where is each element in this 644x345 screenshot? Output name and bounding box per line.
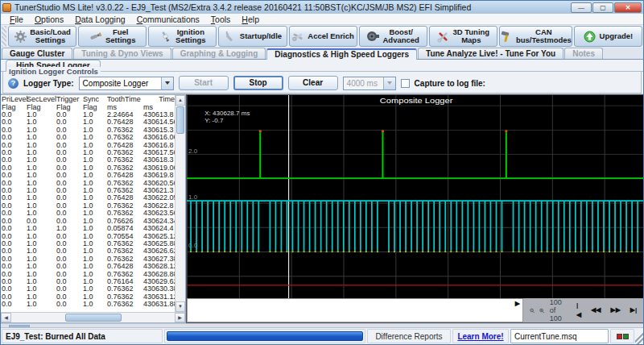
clear-button[interactable]: Clear xyxy=(288,76,338,90)
3d-tuning-maps-button[interactable]: 3D Tuning Maps xyxy=(429,26,497,47)
table-cell: 430631.88 xyxy=(142,301,175,308)
column-header-sync: SyncFlag xyxy=(82,95,106,111)
toolbar-button-label: Startup/Idle xyxy=(240,32,282,40)
menu-file[interactable]: File xyxy=(4,15,29,24)
tab-gauge-cluster[interactable]: Gauge Cluster xyxy=(2,48,72,59)
toolbar: Basic/Load SettingsFuel SettingsIgnition… xyxy=(1,25,643,48)
fuel-settings-button[interactable]: Fuel Settings xyxy=(78,26,147,47)
table-vertical-scrollbar[interactable]: ▲ ▼ xyxy=(175,95,185,312)
tab-diagnostics-high-speed-loggers[interactable]: Diagnostics & High Speed Loggers xyxy=(266,48,417,60)
tab-tuning-dyno-views[interactable]: Tuning & Dyno Views xyxy=(73,48,171,59)
table-cell: 0.0 xyxy=(56,301,82,308)
chart-panel: 2.01.00.0Composite LoggerX: 430628.7 msY… xyxy=(186,94,643,323)
menu-help[interactable]: Help xyxy=(236,15,265,24)
turbo-icon xyxy=(366,30,379,43)
scroll-right-icon[interactable]: ▶ xyxy=(175,313,185,322)
injector-icon xyxy=(89,30,102,43)
status-bar: EJ9_Test: Burned All Data Difference Rep… xyxy=(1,327,643,344)
content-area: PriLevelFlagSecLevelFlagTriggerFlagSyncF… xyxy=(1,94,643,323)
tab-tune-analyze-live-tune-for-you[interactable]: Tune Analyze Live! - Tune For You xyxy=(418,48,564,59)
menu-bar: FileOptionsData LoggingCommunicationsToo… xyxy=(1,14,643,25)
capture-checkbox[interactable] xyxy=(401,79,410,88)
crossed-tools-icon xyxy=(436,30,449,43)
stop-button[interactable]: Stop xyxy=(233,76,283,90)
progress-bar xyxy=(164,329,365,343)
close-button[interactable]: ✕ xyxy=(614,2,642,13)
first-page-icon[interactable]: |◀ xyxy=(574,301,584,320)
progress-fill xyxy=(167,331,363,341)
ignition-settings-button[interactable]: Ignition Settings xyxy=(148,26,217,47)
table-cell: 1.0 xyxy=(82,301,106,308)
tab-notes[interactable]: Notes xyxy=(564,48,603,59)
next-page-icon[interactable]: ▶▶ xyxy=(608,306,622,315)
column-header-prilevel: PriLevelFlag xyxy=(1,95,26,111)
chart-scroll-right-icon[interactable]: ▶ xyxy=(513,299,522,322)
table-cell: 1.0 xyxy=(26,301,56,308)
chart-bottom-bar: ▶ 100 of 100 |◀ ◀◀ ▶▶ ▶| xyxy=(187,298,643,322)
table-horizontal-scrollbar[interactable]: ◀ ▶ xyxy=(1,312,185,322)
current-tune-file: CurrentTune.msq xyxy=(510,329,609,343)
can-bus-testmodes-button[interactable]: CAN bus/Testmodes xyxy=(499,26,572,47)
column-header-seclevel: SecLevelFlag xyxy=(26,95,56,111)
boost-advanced-button[interactable]: Boost/ Advanced xyxy=(359,26,427,47)
scrollbar-thumb[interactable] xyxy=(176,106,184,134)
tools-icon xyxy=(291,30,304,43)
last-page-icon[interactable]: ▶| xyxy=(628,306,639,315)
accel-enrich-button[interactable]: Accel Enrich xyxy=(289,26,357,47)
tooth-log-panel: PriLevelFlagSecLevelFlagTriggerFlagSyncF… xyxy=(1,94,186,323)
menu-tools[interactable]: Tools xyxy=(205,15,237,24)
menu-options[interactable]: Options xyxy=(29,15,69,24)
toolbar-button-label: 3D Tuning Maps xyxy=(452,28,489,44)
start-button[interactable]: Start xyxy=(179,76,229,90)
prev-page-icon[interactable]: ◀◀ xyxy=(588,306,603,315)
app-window: TunerStudio MS Lite! v3.0.22 - EJ9_Test … xyxy=(0,0,644,345)
toolbar-button-label: Boost/ Advanced xyxy=(382,28,419,44)
table-row[interactable]: 0.01.00.01.00.76362430631.88 xyxy=(1,301,175,308)
logger-type-select[interactable]: Composite Logger xyxy=(79,77,174,90)
capture-label: Capture to log file: xyxy=(415,79,485,88)
column-header-trigger: TriggerFlag xyxy=(56,95,82,111)
page-indicator: 100 of 100 xyxy=(550,298,569,322)
toolbar-button-label: Upgrade! xyxy=(600,32,634,40)
scrollbar-thumb[interactable] xyxy=(65,314,122,322)
toolbar-button-label: CAN bus/Testmodes xyxy=(516,28,572,44)
spark-plug-icon xyxy=(159,30,172,43)
toolbar-button-label: Fuel Settings xyxy=(105,28,135,44)
svg-text:Y: -0.7: Y: -0.7 xyxy=(204,118,223,124)
zoom-in-icon[interactable] xyxy=(539,306,544,315)
learn-more-link[interactable]: Learn More! xyxy=(457,332,503,341)
group-title: Ignition Logger Controls xyxy=(6,67,101,76)
upgrade-button[interactable]: Upgrade! xyxy=(574,26,642,47)
svg-text:1.0: 1.0 xyxy=(188,193,197,200)
help-icon[interactable]: ? xyxy=(8,78,19,89)
zoom-out-icon[interactable] xyxy=(530,306,535,315)
resize-grip[interactable] xyxy=(635,328,643,344)
startup-idle-button[interactable]: Startup/Idle xyxy=(218,26,287,47)
table-cell: 0.76362 xyxy=(106,301,142,308)
tab-graphing-logging[interactable]: Graphing & Logging xyxy=(172,48,266,59)
interval-select[interactable]: 4000 ms xyxy=(343,77,396,90)
scroll-up-icon[interactable]: ▲ xyxy=(175,95,185,106)
toolbar-button-label: Accel Enrich xyxy=(308,32,354,40)
menu-data-logging[interactable]: Data Logging xyxy=(69,15,130,24)
scroll-down-icon[interactable]: ▼ xyxy=(175,301,185,312)
app-icon xyxy=(2,3,11,12)
status-message: EJ9_Test: Burned All Data xyxy=(2,329,163,343)
composite-logger-chart[interactable]: 2.01.00.0Composite LoggerX: 430628.7 msY… xyxy=(187,95,643,298)
minimize-button[interactable]: — xyxy=(571,2,592,13)
toolbar-gripper[interactable] xyxy=(2,26,6,47)
title-bar: TunerStudio MS Lite! v3.0.22 - EJ9_Test … xyxy=(1,1,643,14)
chevron-down-icon xyxy=(161,77,173,89)
red-led-icon xyxy=(617,334,622,339)
difference-reports-label: Difference Reports xyxy=(367,329,451,343)
scroll-left-icon[interactable]: ◀ xyxy=(1,313,11,322)
svg-text:X: 430628.7 ms: X: 430628.7 ms xyxy=(204,110,250,117)
tooth-log-table[interactable]: PriLevelFlagSecLevelFlagTriggerFlagSyncF… xyxy=(1,95,175,312)
toolbar-button-label: Basic/Load Settings xyxy=(30,28,71,44)
chart-scrollbar[interactable]: ▶ xyxy=(187,298,523,322)
interval-value: 4000 ms xyxy=(347,79,378,88)
basic-load-settings-button[interactable]: Basic/Load Settings xyxy=(8,26,76,47)
maximize-button[interactable]: ▢ xyxy=(592,2,613,13)
menu-communications[interactable]: Communications xyxy=(131,15,205,24)
table-cell: 0.0 xyxy=(1,301,26,308)
